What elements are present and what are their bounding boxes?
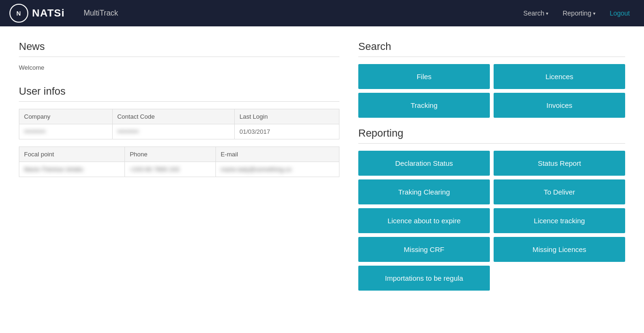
licences-button[interactable]: Licences xyxy=(494,64,625,89)
traking-clearing-button[interactable]: Traking Clearing xyxy=(358,179,490,204)
col-email: E-mail xyxy=(215,147,339,162)
left-column: News Welcome User infos Company Contact … xyxy=(19,41,339,291)
declaration-status-button[interactable]: Declaration Status xyxy=(358,151,490,176)
cell-phone: +243 60 7900 243 xyxy=(125,162,216,177)
importations-button[interactable]: Importations to be regula xyxy=(358,266,490,291)
status-report-button[interactable]: Status Report xyxy=(494,151,625,176)
reporting-caret-icon: ▾ xyxy=(593,11,595,16)
reporting-section-title: Reporting xyxy=(358,127,625,139)
user-info-table-1: Company Contact Code Last Login ••••••••… xyxy=(19,109,339,139)
files-button[interactable]: Files xyxy=(358,64,490,89)
search-caret-icon: ▾ xyxy=(546,11,548,16)
right-column: Search Files Licences Tracking Invoices … xyxy=(358,41,625,291)
table-row: •••••••••• •••••••••• 01/03/2017 xyxy=(19,124,339,139)
cell-contact-code: •••••••••• xyxy=(112,124,234,139)
user-info-table-2: Focal point Phone E-mail Marie-Thérèse I… xyxy=(19,146,339,177)
missing-crf-button[interactable]: Missing CRF xyxy=(358,237,490,262)
main-content: News Welcome User infos Company Contact … xyxy=(0,26,644,305)
app-title: MultiTrack xyxy=(83,9,118,17)
licence-expire-button[interactable]: Licence about to expire xyxy=(358,208,490,233)
licence-tracking-button[interactable]: Licence tracking xyxy=(494,208,625,233)
search-divider xyxy=(358,57,625,57)
user-infos-title: User infos xyxy=(19,85,339,97)
news-divider xyxy=(19,57,339,57)
cell-company: •••••••••• xyxy=(19,124,113,139)
cell-focal-point: Marie-Thérèse Ishidio xyxy=(19,162,125,177)
nav-logout[interactable]: Logout xyxy=(605,7,635,20)
nav-menu: Search ▾ Reporting ▾ Logout xyxy=(519,7,635,20)
tracking-button[interactable]: Tracking xyxy=(358,93,490,118)
nav-reporting[interactable]: Reporting ▾ xyxy=(558,7,600,20)
col-last-login: Last Login xyxy=(234,109,339,124)
natsi-logo-icon: N xyxy=(9,4,28,23)
col-company: Company xyxy=(19,109,113,124)
table-row: Marie-Thérèse Ishidio +243 60 7900 243 m… xyxy=(19,162,339,177)
navbar: N NATSi MultiTrack Search ▾ Reporting ▾ … xyxy=(0,0,644,26)
invoices-button[interactable]: Invoices xyxy=(494,93,625,118)
missing-licences-button[interactable]: Missing Licences xyxy=(494,237,625,262)
search-section-title: Search xyxy=(358,41,625,53)
cell-email: marie.lady@something.co xyxy=(215,162,339,177)
search-button-grid: Files Licences Tracking Invoices xyxy=(358,64,625,118)
col-focal-point: Focal point xyxy=(19,147,125,162)
to-deliver-button[interactable]: To Deliver xyxy=(494,179,625,204)
brand-name: NATSi xyxy=(32,7,65,19)
reporting-button-grid: Declaration Status Status Report Traking… xyxy=(358,151,625,291)
cell-last-login: 01/03/2017 xyxy=(234,124,339,139)
brand-logo[interactable]: N NATSi xyxy=(9,4,65,23)
col-contact-code: Contact Code xyxy=(112,109,234,124)
reporting-divider xyxy=(358,143,625,144)
svg-text:N: N xyxy=(17,10,21,17)
welcome-text: Welcome xyxy=(19,64,339,71)
user-infos-divider xyxy=(19,101,339,102)
news-title: News xyxy=(19,41,339,53)
col-phone: Phone xyxy=(125,147,216,162)
nav-search[interactable]: Search ▾ xyxy=(519,7,553,20)
